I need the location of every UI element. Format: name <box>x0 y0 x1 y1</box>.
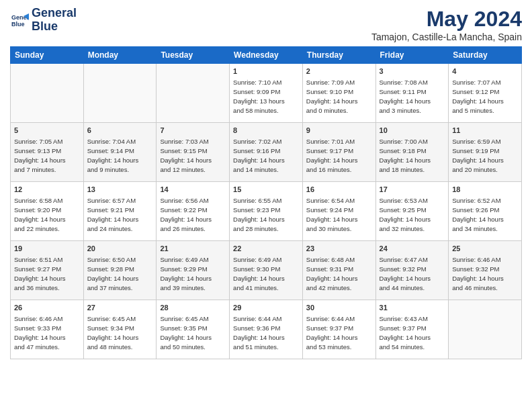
day-info: Sunrise: 6:55 AM Sunset: 9:23 PM Dayligh… <box>233 197 285 232</box>
title-area: May 2024 Tamajon, Castille-La Mancha, Sp… <box>371 7 522 42</box>
day-info: Sunrise: 7:05 AM Sunset: 9:13 PM Dayligh… <box>14 138 66 173</box>
calendar-cell: 25Sunrise: 6:46 AM Sunset: 9:32 PM Dayli… <box>449 241 522 300</box>
day-number: 9 <box>306 126 372 136</box>
weekday-header-saturday: Saturday <box>449 47 522 64</box>
day-info: Sunrise: 6:57 AM Sunset: 9:21 PM Dayligh… <box>87 197 139 232</box>
day-number: 30 <box>306 303 372 313</box>
day-number: 22 <box>233 244 299 254</box>
day-number: 11 <box>452 126 518 136</box>
day-info: Sunrise: 6:47 AM Sunset: 9:32 PM Dayligh… <box>380 256 431 291</box>
calendar-cell: 2Sunrise: 7:09 AM Sunset: 9:10 PM Daylig… <box>302 64 375 123</box>
day-info: Sunrise: 6:45 AM Sunset: 9:34 PM Dayligh… <box>87 315 139 351</box>
day-info: Sunrise: 6:44 AM Sunset: 9:36 PM Dayligh… <box>233 315 285 351</box>
day-info: Sunrise: 7:07 AM Sunset: 9:12 PM Dayligh… <box>452 79 504 114</box>
week-row-4: 19Sunrise: 6:51 AM Sunset: 9:27 PM Dayli… <box>11 241 522 300</box>
calendar-cell: 27Sunrise: 6:45 AM Sunset: 9:34 PM Dayli… <box>83 300 157 359</box>
day-number: 1 <box>233 66 299 77</box>
calendar-cell <box>11 64 84 123</box>
calendar-cell: 9Sunrise: 7:01 AM Sunset: 9:17 PM Daylig… <box>302 123 375 182</box>
day-number: 17 <box>380 185 445 195</box>
header: General Blue General Blue May 2024 Tamaj… <box>10 7 522 42</box>
day-number: 27 <box>87 303 153 313</box>
calendar-cell: 16Sunrise: 6:54 AM Sunset: 9:24 PM Dayli… <box>302 182 375 241</box>
calendar-cell <box>157 64 230 123</box>
calendar-cell: 14Sunrise: 6:56 AM Sunset: 9:22 PM Dayli… <box>157 182 230 241</box>
day-number: 19 <box>14 244 80 254</box>
day-number: 18 <box>452 185 518 195</box>
weekday-header-monday: Monday <box>83 47 157 64</box>
day-number: 25 <box>452 244 518 254</box>
calendar-cell: 20Sunrise: 6:50 AM Sunset: 9:28 PM Dayli… <box>83 241 157 300</box>
day-number: 13 <box>87 185 153 195</box>
weekday-header-friday: Friday <box>375 47 449 64</box>
day-info: Sunrise: 7:02 AM Sunset: 9:16 PM Dayligh… <box>233 138 285 173</box>
day-number: 12 <box>14 185 80 195</box>
day-number: 31 <box>380 303 445 313</box>
day-number: 28 <box>160 303 226 313</box>
day-number: 2 <box>306 66 372 77</box>
day-info: Sunrise: 6:49 AM Sunset: 9:30 PM Dayligh… <box>233 256 285 291</box>
day-number: 20 <box>87 244 153 254</box>
month-title: May 2024 <box>371 7 522 32</box>
day-number: 6 <box>87 126 153 136</box>
day-number: 14 <box>160 185 226 195</box>
day-number: 26 <box>14 303 80 313</box>
calendar-cell: 13Sunrise: 6:57 AM Sunset: 9:21 PM Dayli… <box>83 182 157 241</box>
weekday-header-thursday: Thursday <box>302 47 375 64</box>
day-number: 23 <box>306 244 372 254</box>
calendar-cell: 7Sunrise: 7:03 AM Sunset: 9:15 PM Daylig… <box>157 123 230 182</box>
day-info: Sunrise: 7:01 AM Sunset: 9:17 PM Dayligh… <box>306 138 358 173</box>
day-info: Sunrise: 6:44 AM Sunset: 9:37 PM Dayligh… <box>306 315 358 351</box>
logo: General Blue General Blue <box>10 7 77 34</box>
day-info: Sunrise: 6:49 AM Sunset: 9:29 PM Dayligh… <box>160 256 212 291</box>
calendar-cell: 24Sunrise: 6:47 AM Sunset: 9:32 PM Dayli… <box>375 241 449 300</box>
day-number: 3 <box>380 66 445 77</box>
week-row-5: 26Sunrise: 6:46 AM Sunset: 9:33 PM Dayli… <box>11 300 522 359</box>
day-number: 8 <box>233 126 299 136</box>
calendar-cell: 10Sunrise: 7:00 AM Sunset: 9:18 PM Dayli… <box>375 123 449 182</box>
day-number: 10 <box>380 126 445 136</box>
day-number: 4 <box>452 66 518 77</box>
calendar-table: SundayMondayTuesdayWednesdayThursdayFrid… <box>10 46 522 359</box>
calendar-cell: 1Sunrise: 7:10 AM Sunset: 9:09 PM Daylig… <box>230 64 303 123</box>
calendar-cell: 15Sunrise: 6:55 AM Sunset: 9:23 PM Dayli… <box>230 182 303 241</box>
weekday-header-wednesday: Wednesday <box>230 47 303 64</box>
day-number: 16 <box>306 185 372 195</box>
week-row-1: 1Sunrise: 7:10 AM Sunset: 9:09 PM Daylig… <box>11 64 522 123</box>
calendar-cell: 26Sunrise: 6:46 AM Sunset: 9:33 PM Dayli… <box>11 300 84 359</box>
calendar-cell: 29Sunrise: 6:44 AM Sunset: 9:36 PM Dayli… <box>230 300 303 359</box>
day-number: 5 <box>14 126 80 136</box>
weekday-header-sunday: Sunday <box>11 47 84 64</box>
day-info: Sunrise: 6:46 AM Sunset: 9:33 PM Dayligh… <box>14 315 66 351</box>
day-info: Sunrise: 7:00 AM Sunset: 9:18 PM Dayligh… <box>380 138 431 173</box>
day-number: 7 <box>160 126 226 136</box>
calendar-cell: 5Sunrise: 7:05 AM Sunset: 9:13 PM Daylig… <box>11 123 84 182</box>
calendar-cell: 4Sunrise: 7:07 AM Sunset: 9:12 PM Daylig… <box>449 64 522 123</box>
day-info: Sunrise: 6:53 AM Sunset: 9:25 PM Dayligh… <box>380 197 431 232</box>
location-title: Tamajon, Castille-La Mancha, Spain <box>371 32 522 42</box>
day-info: Sunrise: 7:08 AM Sunset: 9:11 PM Dayligh… <box>380 79 431 114</box>
day-info: Sunrise: 6:56 AM Sunset: 9:22 PM Dayligh… <box>160 197 212 232</box>
calendar-cell: 30Sunrise: 6:44 AM Sunset: 9:37 PM Dayli… <box>302 300 375 359</box>
day-info: Sunrise: 6:50 AM Sunset: 9:28 PM Dayligh… <box>87 256 139 291</box>
calendar-cell: 28Sunrise: 6:45 AM Sunset: 9:35 PM Dayli… <box>157 300 230 359</box>
day-info: Sunrise: 6:48 AM Sunset: 9:31 PM Dayligh… <box>306 256 358 291</box>
calendar-cell: 12Sunrise: 6:58 AM Sunset: 9:20 PM Dayli… <box>11 182 84 241</box>
logo-icon: General Blue <box>10 11 29 30</box>
day-info: Sunrise: 6:52 AM Sunset: 9:26 PM Dayligh… <box>452 197 504 232</box>
day-info: Sunrise: 7:10 AM Sunset: 9:09 PM Dayligh… <box>233 79 285 114</box>
weekday-header-row: SundayMondayTuesdayWednesdayThursdayFrid… <box>11 47 522 64</box>
calendar-cell: 19Sunrise: 6:51 AM Sunset: 9:27 PM Dayli… <box>11 241 84 300</box>
day-number: 15 <box>233 185 299 195</box>
day-info: Sunrise: 6:43 AM Sunset: 9:37 PM Dayligh… <box>380 315 431 351</box>
calendar-cell: 23Sunrise: 6:48 AM Sunset: 9:31 PM Dayli… <box>302 241 375 300</box>
day-info: Sunrise: 6:45 AM Sunset: 9:35 PM Dayligh… <box>160 315 212 351</box>
calendar-cell <box>83 64 157 123</box>
calendar-cell: 8Sunrise: 7:02 AM Sunset: 9:16 PM Daylig… <box>230 123 303 182</box>
day-info: Sunrise: 7:03 AM Sunset: 9:15 PM Dayligh… <box>160 138 212 173</box>
week-row-3: 12Sunrise: 6:58 AM Sunset: 9:20 PM Dayli… <box>11 182 522 241</box>
calendar-cell: 22Sunrise: 6:49 AM Sunset: 9:30 PM Dayli… <box>230 241 303 300</box>
calendar-cell: 17Sunrise: 6:53 AM Sunset: 9:25 PM Dayli… <box>375 182 449 241</box>
calendar-cell <box>449 300 522 359</box>
calendar-cell: 11Sunrise: 6:59 AM Sunset: 9:19 PM Dayli… <box>449 123 522 182</box>
